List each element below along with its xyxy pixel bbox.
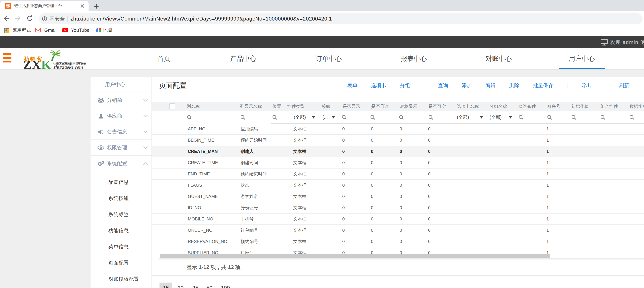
nav-item-4[interactable]: 报表中心 — [401, 48, 427, 69]
column-header[interactable]: 顺序号 — [547, 102, 560, 111]
sidebar-subitem-页面配置[interactable]: 页面配置 — [90, 255, 152, 271]
cell: 0 — [336, 225, 351, 236]
sidebar-subitem-对账模板配置[interactable]: 对账模板配置 — [90, 271, 152, 287]
table-row-BEGIN_TIME[interactable]: BEGIN_TIME预约开始时间文本框00001 — [152, 135, 644, 146]
bookmark-gmail[interactable]: Gmail — [35, 25, 56, 36]
toolbar-link-2[interactable]: 选项卡 — [371, 82, 386, 89]
horizontal-scrollbar-thumb[interactable] — [160, 254, 550, 258]
column-header[interactable]: 是否只读 — [371, 102, 389, 111]
toolbar-link-8[interactable]: 删除 — [509, 82, 519, 89]
column-header[interactable]: 选项卡名称 — [457, 102, 479, 111]
back-button[interactable] — [3, 15, 10, 22]
filter-select-value[interactable]: (... — [322, 111, 328, 124]
table-row-CREATE_MAN[interactable]: CREATE_MAN创建人文本框00001 — [152, 146, 644, 157]
sidebar-item-3[interactable]: 公告信息 — [90, 124, 152, 140]
search-icon[interactable] — [547, 115, 552, 120]
search-icon[interactable] — [518, 115, 524, 120]
nav-item-5[interactable]: 对账中心 — [486, 48, 512, 69]
table-row-ORDER_NO[interactable]: ORDER_NO订单编号文本框00001 — [152, 225, 644, 236]
filter-select-value[interactable]: (全部) — [457, 111, 469, 124]
column-header[interactable]: 表格显示 — [400, 102, 417, 111]
new-tab-button[interactable] — [94, 4, 99, 9]
sidebar-item-5[interactable]: 系统配置 — [90, 156, 152, 171]
search-icon[interactable] — [187, 115, 192, 120]
column-header[interactable]: 列显示名称 — [240, 102, 262, 111]
info-icon[interactable] — [42, 16, 47, 22]
sidebar-subitem-配置信息[interactable]: 配置信息 — [90, 174, 152, 190]
page-size-100[interactable]: 100 — [221, 282, 230, 288]
filter-caret-icon[interactable] — [480, 116, 483, 119]
nav-item-2[interactable]: 产品中心 — [230, 48, 256, 69]
tab-close-icon[interactable] — [80, 4, 85, 9]
address-bar[interactable]: 不安全 zhuxiaoke.cn/Views/Common/MainNew2.h… — [39, 13, 642, 24]
page-size-15[interactable]: 15 — [160, 282, 172, 288]
column-header[interactable]: 分组名称 — [490, 102, 507, 111]
column-header[interactable]: 查询条件 — [518, 102, 536, 111]
table-row-END_TIME[interactable]: END_TIME预约结束时间文本框00001 — [152, 168, 644, 180]
column-header[interactable]: 组合控件 — [600, 102, 618, 111]
filter-select-value[interactable]: (全部) — [490, 111, 502, 124]
table-row-CREATE_TIME[interactable]: CREATE_TIME创建时间文本框00001 — [152, 157, 644, 168]
toolbar-link-5[interactable]: 查询 — [438, 82, 448, 89]
nav-item-3[interactable]: 订单中心 — [316, 48, 342, 69]
bookmark-youtube[interactable]: YouTube — [62, 25, 90, 36]
column-header[interactable]: 初始化值 — [572, 102, 589, 111]
toolbar-link-7[interactable]: 编辑 — [486, 82, 496, 89]
table-row-MOBILE_NO[interactable]: MOBILE_NO手机号文本框00001 — [152, 213, 644, 225]
table-row-APP_NO[interactable]: APP_NO应用编码文本框00001 — [152, 123, 644, 135]
sidebar-subitem-系统按钮[interactable]: 系统按钮 — [90, 190, 152, 206]
toolbar-link-3[interactable]: 分组 — [400, 82, 410, 89]
table-row-GUEST_NAME[interactable]: GUEST_NAME游客姓名文本框00001 — [152, 191, 644, 202]
sidebar-item-2[interactable]: 供应商 — [90, 108, 152, 124]
forward-button[interactable] — [14, 15, 22, 22]
search-icon[interactable] — [428, 115, 434, 120]
filter-caret-icon[interactable] — [509, 116, 512, 119]
table-row-RESERVATION_NO[interactable]: RESERVATION_NO预约编号文本框00001 — [152, 236, 644, 247]
toolbar-link-9[interactable]: 批量保存 — [533, 82, 553, 89]
reload-button[interactable] — [26, 15, 33, 22]
page-size-25[interactable]: 25 — [192, 282, 198, 288]
filter-caret-icon[interactable] — [312, 116, 315, 119]
url-text[interactable]: zhuxiaoke.cn/Views/Common/MainNew2.htm?e… — [70, 16, 332, 22]
column-header[interactable]: 控件类型 — [287, 102, 305, 111]
search-icon[interactable] — [630, 115, 634, 120]
menu-toggle-button[interactable] — [3, 53, 12, 63]
column-header[interactable]: 是否显示 — [342, 102, 360, 111]
sidebar-subitem-菜单信息[interactable]: 菜单信息 — [90, 239, 152, 255]
search-icon[interactable] — [600, 115, 606, 120]
search-icon[interactable] — [572, 115, 576, 120]
sidebar-item-4[interactable]: 权限管理 — [90, 140, 152, 156]
filter-caret-icon[interactable] — [332, 116, 335, 119]
search-icon[interactable] — [370, 115, 376, 120]
nav-item-6[interactable]: 用户中心 — [569, 48, 595, 69]
toolbar-link-6[interactable]: 添加 — [462, 82, 472, 89]
column-header[interactable]: 位置 — [272, 102, 281, 111]
sidebar-subitem-系统标签[interactable]: 系统标签 — [90, 206, 152, 222]
nav-item-1[interactable]: 首页 — [157, 48, 170, 69]
table-row-FLAGS[interactable]: FLAGS状态文本框00001 — [152, 180, 644, 191]
browser-tab[interactable]: 链 链生活多业态商户管理平台 — [0, 1, 88, 11]
search-icon[interactable] — [342, 115, 347, 120]
toolbar-link-11[interactable]: 导出 — [581, 82, 591, 89]
sidebar-subitem-功能信息[interactable]: 功能信息 — [90, 222, 152, 239]
select-all-checkbox[interactable] — [169, 103, 175, 109]
toolbar-link-1[interactable]: 表单 — [347, 82, 358, 89]
toolbar-link-13[interactable]: 刷新 — [619, 82, 629, 89]
bookmark-apps[interactable]: 應用程式 — [4, 25, 31, 36]
page-size-20[interactable]: 20 — [178, 282, 184, 288]
column-header[interactable]: 数据字典 — [630, 102, 644, 111]
search-icon[interactable] — [272, 115, 278, 120]
search-icon[interactable] — [399, 115, 404, 120]
zxk-logo[interactable]: 助销客 ZXK 让景区智慧营销变得更智能 zhuxiaoke.com — [22, 48, 89, 70]
filter-select-value[interactable]: (全部) — [294, 111, 306, 124]
page-size-50[interactable]: 50 — [206, 282, 212, 288]
sidebar-item-1[interactable]: 分销商 — [90, 92, 152, 108]
search-icon[interactable] — [240, 115, 246, 120]
cell: 1 — [540, 236, 555, 247]
horizontal-scrollbar-track[interactable] — [159, 258, 644, 259]
column-header[interactable]: 校验 — [322, 102, 330, 111]
column-header[interactable]: 是否可空 — [428, 102, 446, 111]
column-header[interactable]: 列名称 — [186, 102, 200, 111]
bookmark-maps[interactable]: 地圖 — [96, 25, 112, 36]
table-row-ID_NO[interactable]: ID_NO身份证号文本框00001 — [152, 202, 644, 213]
